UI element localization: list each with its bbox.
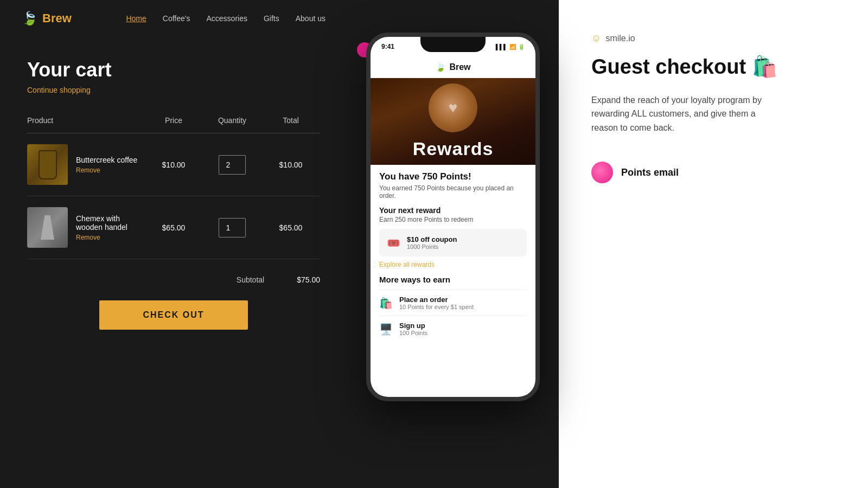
- reward-card-title: $10 off coupon: [407, 235, 457, 243]
- points-email-icon: [591, 162, 613, 183]
- phone-notch: [420, 37, 486, 52]
- nav-links: Home Coffee's Accessories Gifts About us: [126, 14, 326, 23]
- points-email-label: Points email: [621, 167, 679, 178]
- smile-io-label: smile.io: [605, 34, 635, 43]
- cart-item-product-1: Buttercreek coffee Remove: [27, 144, 144, 185]
- chemex-icon: [27, 207, 68, 248]
- nav-item-about[interactable]: About us: [296, 14, 326, 23]
- points-heading: You have 750 Points!: [379, 171, 527, 182]
- phone-brand-name: Brew: [449, 62, 470, 72]
- subtotal-amount: $75.00: [297, 275, 320, 284]
- latte-art-image: [429, 84, 477, 132]
- top-nav: 🍃 Brew Home Coffee's Accessories Gifts A…: [0, 0, 347, 37]
- phone-status-bar: 9:41 ▌▌▌ 📶 🔋: [371, 37, 535, 56]
- product-name-1: Buttercreek coffee: [76, 156, 137, 164]
- leaf-icon: 🍃: [22, 11, 38, 26]
- phone-leaf-icon: 🍃: [435, 62, 446, 72]
- reward-card: 🎟️ $10 off coupon 1000 Points: [379, 229, 527, 256]
- table-row: Buttercreek coffee Remove $10.00 $10.00: [27, 133, 320, 196]
- phone-mockup: 9:41 ▌▌▌ 📶 🔋 🍃 Brew Rewards: [366, 33, 540, 401]
- cart-content: Your cart Continue shopping Product Pric…: [0, 37, 347, 488]
- brand-name: Brew: [42, 11, 72, 25]
- col-product: Product: [27, 116, 144, 125]
- continue-shopping-link[interactable]: Continue shopping: [27, 86, 320, 94]
- coffee-bag-icon: [27, 144, 68, 185]
- earn-desc-2: 100 Points: [399, 330, 427, 336]
- cart-table: Product Price Quantity Total Buttercreek…: [27, 116, 320, 259]
- product-info-2: Chemex with wooden handel Remove: [76, 214, 144, 241]
- explore-rewards-link[interactable]: Explore all rewards: [379, 261, 527, 268]
- coupon-icon: 🎟️: [387, 236, 400, 249]
- smile-logo-icon: ☺: [591, 33, 601, 44]
- quantity-input-2[interactable]: [219, 218, 246, 237]
- signup-icon: 🖥️: [379, 323, 393, 336]
- middle-section: 9:41 ▌▌▌ 📶 🔋 🍃 Brew Rewards: [347, 0, 559, 488]
- earn-title-1: Place an order: [399, 296, 474, 304]
- reward-card-subtitle: 1000 Points: [407, 243, 457, 250]
- brand-logo: 🍃 Brew: [22, 11, 72, 26]
- product-image-2: [27, 207, 68, 248]
- quantity-input-1[interactable]: [219, 155, 246, 175]
- wifi-icon: 📶: [509, 44, 516, 50]
- earn-item-info-2: Sign up 100 Points: [399, 322, 427, 336]
- left-section: 🍃 Brew Home Coffee's Accessories Gifts A…: [0, 0, 347, 488]
- product-image-1: [27, 144, 68, 185]
- guest-checkout-desc: Expand the reach of your loyalty program…: [591, 93, 776, 135]
- smile-io-badge: ☺ smile.io: [591, 33, 835, 44]
- phone-header: 🍃 Brew: [371, 56, 535, 78]
- table-row: Chemex with wooden handel Remove $65.00 …: [27, 196, 320, 259]
- phone-inner: 🍃 Brew Rewards You have 750 Points! You …: [371, 56, 535, 397]
- next-reward-title: Your next reward: [379, 206, 527, 215]
- nav-item-home[interactable]: Home: [126, 14, 146, 23]
- col-total: Total: [261, 116, 320, 125]
- phone-time: 9:41: [381, 43, 394, 50]
- status-icons: ▌▌▌ 📶 🔋: [496, 44, 525, 50]
- earn-item-signup: 🖥️ Sign up 100 Points: [379, 316, 527, 342]
- cart-item-product-2: Chemex with wooden handel Remove: [27, 207, 144, 248]
- item-qty-container-1: [203, 155, 261, 175]
- cart-title: Your cart: [27, 59, 320, 81]
- subtotal-label: Subtotal: [237, 275, 264, 284]
- phone-body: You have 750 Points! You earned 750 Poin…: [371, 165, 535, 348]
- col-quantity: Quantity: [203, 116, 261, 125]
- item-price-1: $10.00: [144, 160, 203, 169]
- item-total-1: $10.00: [261, 160, 320, 169]
- signal-icon: ▌▌▌: [496, 44, 507, 50]
- item-price-2: $65.00: [144, 223, 203, 232]
- col-price: Price: [144, 116, 203, 125]
- earn-item-info-1: Place an order 10 Points for every $1 sp…: [399, 296, 474, 310]
- remove-button-1[interactable]: Remove: [76, 166, 137, 174]
- rewards-hero: Rewards: [371, 78, 535, 165]
- next-reward-desc: Earn 250 more Points to redeem: [379, 216, 527, 223]
- earn-desc-1: 10 Points for every $1 spent: [399, 304, 474, 310]
- nav-item-gifts[interactable]: Gifts: [264, 14, 279, 23]
- phone-brand: 🍃 Brew: [381, 62, 525, 72]
- order-icon: 🛍️: [379, 297, 393, 310]
- earn-item-order: 🛍️ Place an order 10 Points for every $1…: [379, 290, 527, 316]
- more-ways-title: More ways to earn: [379, 275, 527, 284]
- right-section: ☺ smile.io Guest checkout 🛍️ Expand the …: [559, 0, 868, 488]
- points-email-row: Points email: [591, 162, 835, 183]
- earn-title-2: Sign up: [399, 322, 427, 330]
- points-desc: You earned 750 Points because you placed…: [379, 184, 527, 200]
- nav-item-accessories[interactable]: Accessories: [206, 14, 247, 23]
- rewards-text: Rewards: [413, 138, 494, 159]
- guest-checkout-title: Guest checkout 🛍️: [591, 55, 835, 80]
- checkout-button[interactable]: CHECK OUT: [99, 300, 247, 330]
- battery-icon: 🔋: [518, 44, 525, 50]
- nav-item-coffees[interactable]: Coffee's: [163, 14, 190, 23]
- item-total-2: $65.00: [261, 223, 320, 232]
- item-qty-container-2: [203, 218, 261, 237]
- reward-card-info: $10 off coupon 1000 Points: [407, 235, 457, 250]
- cart-subtotal: Subtotal $75.00: [27, 270, 320, 284]
- remove-button-2[interactable]: Remove: [76, 234, 144, 241]
- cart-table-header: Product Price Quantity Total: [27, 116, 320, 133]
- product-name-2: Chemex with wooden handel: [76, 214, 144, 232]
- product-info-1: Buttercreek coffee Remove: [76, 156, 137, 174]
